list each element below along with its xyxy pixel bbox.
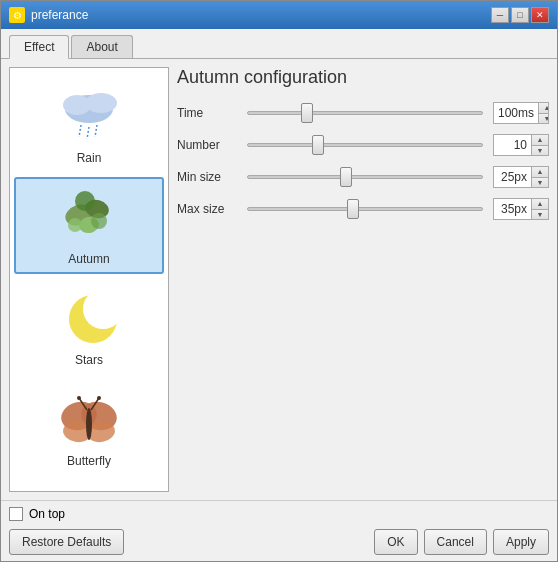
minsize-value: 25px bbox=[494, 170, 531, 184]
minsize-slider-thumb[interactable] bbox=[340, 167, 352, 187]
maxsize-increment[interactable]: ▲ bbox=[532, 199, 548, 210]
svg-point-10 bbox=[91, 213, 107, 229]
rain-label: Rain bbox=[77, 151, 102, 165]
main-window: ⚙ preferance ─ □ ✕ Effect About bbox=[0, 0, 558, 562]
number-value: 10 bbox=[494, 138, 531, 152]
svg-line-4 bbox=[87, 127, 89, 139]
config-row-maxsize: Max size 35px ▲ ▼ bbox=[177, 198, 549, 220]
tux-icon bbox=[55, 488, 123, 491]
time-slider-track bbox=[247, 111, 483, 115]
minimize-button[interactable]: ─ bbox=[491, 7, 509, 23]
time-decrement[interactable]: ▼ bbox=[539, 114, 549, 124]
content-area: Rain Autu bbox=[1, 59, 557, 500]
number-label: Number bbox=[177, 138, 237, 152]
time-value: 100ms bbox=[494, 106, 538, 120]
svg-line-5 bbox=[95, 125, 97, 137]
svg-point-9 bbox=[75, 191, 95, 211]
rain-icon bbox=[55, 84, 123, 149]
maximize-button[interactable]: □ bbox=[511, 7, 529, 23]
tab-effect[interactable]: Effect bbox=[9, 35, 69, 59]
minsize-slider[interactable] bbox=[247, 167, 483, 187]
svg-point-22 bbox=[77, 396, 81, 400]
window-icon: ⚙ bbox=[9, 7, 25, 23]
minsize-spinbox-arrows: ▲ ▼ bbox=[531, 167, 548, 187]
close-button[interactable]: ✕ bbox=[531, 7, 549, 23]
svg-line-3 bbox=[79, 125, 81, 137]
number-spinbox-arrows: ▲ ▼ bbox=[531, 135, 548, 155]
svg-point-2 bbox=[85, 93, 117, 113]
maxsize-spinbox[interactable]: 35px ▲ ▼ bbox=[493, 198, 549, 220]
config-row-minsize: Min size 25px ▲ ▼ bbox=[177, 166, 549, 188]
svg-point-11 bbox=[68, 218, 82, 232]
config-panel: Autumn configuration Time 100ms ▲ ▼ bbox=[177, 67, 549, 492]
effect-list: Rain Autu bbox=[10, 68, 168, 491]
config-title: Autumn configuration bbox=[177, 67, 549, 88]
effect-item-stars[interactable]: Stars bbox=[14, 278, 164, 375]
maxsize-value: 35px bbox=[494, 202, 531, 216]
cancel-button[interactable]: Cancel bbox=[424, 529, 487, 555]
ontop-label: On top bbox=[29, 507, 65, 521]
stars-icon bbox=[55, 286, 123, 351]
effect-item-autumn[interactable]: Autumn bbox=[14, 177, 164, 274]
effect-list-panel: Rain Autu bbox=[9, 67, 169, 492]
apply-button[interactable]: Apply bbox=[493, 529, 549, 555]
maxsize-spinbox-arrows: ▲ ▼ bbox=[531, 199, 548, 219]
ontop-row: On top bbox=[9, 507, 549, 521]
number-decrement[interactable]: ▼ bbox=[532, 146, 548, 156]
config-row-number: Number 10 ▲ ▼ bbox=[177, 134, 549, 156]
title-bar-left: ⚙ preferance bbox=[9, 7, 88, 23]
time-label: Time bbox=[177, 106, 237, 120]
window-title: preferance bbox=[31, 8, 88, 22]
svg-point-19 bbox=[86, 408, 92, 440]
tab-about[interactable]: About bbox=[71, 35, 132, 58]
minsize-slider-track bbox=[247, 175, 483, 179]
config-row-time: Time 100ms ▲ ▼ bbox=[177, 102, 549, 124]
svg-marker-14 bbox=[64, 298, 72, 306]
action-buttons: OK Cancel Apply bbox=[374, 529, 549, 555]
number-slider-thumb[interactable] bbox=[312, 135, 324, 155]
butterfly-icon bbox=[55, 387, 123, 452]
bottom-area: On top Restore Defaults OK Cancel Apply bbox=[1, 500, 557, 561]
minsize-spinbox[interactable]: 25px ▲ ▼ bbox=[493, 166, 549, 188]
title-controls: ─ □ ✕ bbox=[491, 7, 549, 23]
minsize-label: Min size bbox=[177, 170, 237, 184]
maxsize-slider-thumb[interactable] bbox=[347, 199, 359, 219]
title-bar: ⚙ preferance ─ □ ✕ bbox=[1, 1, 557, 29]
number-increment[interactable]: ▲ bbox=[532, 135, 548, 146]
button-row: Restore Defaults OK Cancel Apply bbox=[9, 529, 549, 555]
autumn-icon bbox=[55, 185, 123, 250]
svg-point-23 bbox=[97, 396, 101, 400]
restore-defaults-button[interactable]: Restore Defaults bbox=[9, 529, 124, 555]
ontop-checkbox[interactable] bbox=[9, 507, 23, 521]
maxsize-slider-track bbox=[247, 207, 483, 211]
stars-label: Stars bbox=[75, 353, 103, 367]
time-spinbox-arrows: ▲ ▼ bbox=[538, 103, 549, 123]
time-slider-thumb[interactable] bbox=[301, 103, 313, 123]
effect-item-tux[interactable]: Tux bbox=[14, 480, 164, 491]
ok-button[interactable]: OK bbox=[374, 529, 417, 555]
autumn-label: Autumn bbox=[68, 252, 109, 266]
effect-item-rain[interactable]: Rain bbox=[14, 76, 164, 173]
number-spinbox[interactable]: 10 ▲ ▼ bbox=[493, 134, 549, 156]
time-slider[interactable] bbox=[247, 103, 483, 123]
maxsize-slider[interactable] bbox=[247, 199, 483, 219]
maxsize-decrement[interactable]: ▼ bbox=[532, 210, 548, 220]
number-slider[interactable] bbox=[247, 135, 483, 155]
butterfly-label: Butterfly bbox=[67, 454, 111, 468]
config-rows: Time 100ms ▲ ▼ bbox=[177, 102, 549, 220]
maxsize-label: Max size bbox=[177, 202, 237, 216]
minsize-decrement[interactable]: ▼ bbox=[532, 178, 548, 188]
tab-bar: Effect About bbox=[1, 29, 557, 59]
time-increment[interactable]: ▲ bbox=[539, 103, 549, 114]
effect-item-butterfly[interactable]: Butterfly bbox=[14, 379, 164, 476]
time-spinbox[interactable]: 100ms ▲ ▼ bbox=[493, 102, 549, 124]
number-slider-track bbox=[247, 143, 483, 147]
minsize-increment[interactable]: ▲ bbox=[532, 167, 548, 178]
